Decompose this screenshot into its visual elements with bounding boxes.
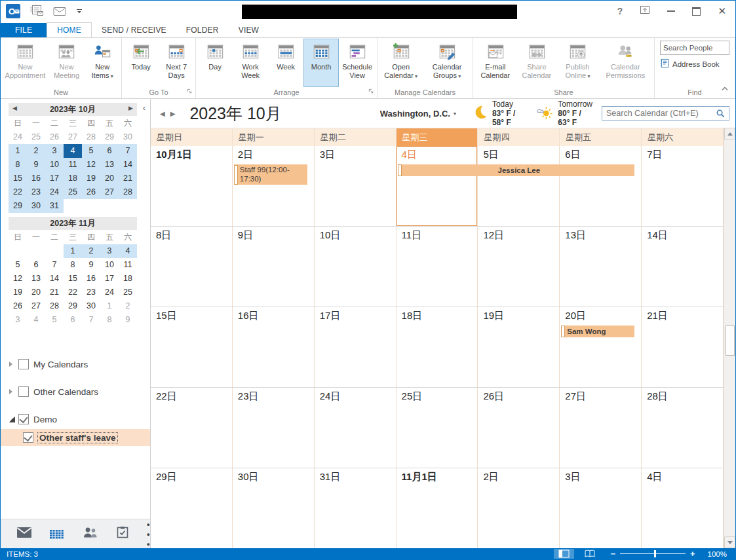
mini-day[interactable]: 15 <box>9 172 27 185</box>
mini-day[interactable]: 2 <box>82 244 100 258</box>
day-cell[interactable]: 15日 <box>151 307 233 387</box>
mini-day[interactable]: 19 <box>82 172 100 185</box>
mini-day[interactable]: 3 <box>45 144 64 158</box>
mini-day[interactable]: 21 <box>119 172 137 185</box>
day-cell[interactable]: 23日 <box>233 388 315 468</box>
mini-day[interactable]: 10 <box>100 258 119 272</box>
day-cell[interactable]: 4日 <box>397 146 478 226</box>
day-cell[interactable]: 17日 <box>315 307 397 387</box>
weather-today[interactable]: Today 83° F / 58° F <box>473 100 521 127</box>
checkbox[interactable] <box>23 432 33 443</box>
ribbon-button-today[interactable]: Today <box>123 39 159 87</box>
mini-day[interactable]: 11 <box>64 158 82 172</box>
mini-day[interactable]: 26 <box>82 185 100 199</box>
mini-day[interactable]: 18 <box>64 172 82 185</box>
mini-day[interactable]: 26 <box>9 299 27 313</box>
day-cell[interactable]: 21日 <box>642 307 724 387</box>
collapse-ribbon-icon[interactable] <box>721 83 729 94</box>
mini-day[interactable]: 10 <box>45 158 64 172</box>
mini-day[interactable]: 11 <box>119 258 137 272</box>
mini-day[interactable]: 31 <box>45 199 64 213</box>
help-button[interactable]: ? <box>617 6 623 16</box>
dialog-launcher-icon[interactable] <box>368 88 374 96</box>
nav-mail-icon[interactable] <box>16 527 32 541</box>
zoom-slider[interactable] <box>620 553 686 554</box>
mini-day[interactable]: 13 <box>27 272 45 286</box>
weather-tomorrow[interactable]: Tomorrow 80° F / 63° F <box>535 100 592 127</box>
mini-day[interactable]: 1 <box>64 244 82 258</box>
mini-day[interactable]: 18 <box>119 272 137 286</box>
mini-day[interactable]: 30 <box>119 130 137 144</box>
mini-day[interactable]: 29 <box>9 199 27 213</box>
mini-day[interactable]: 7 <box>119 144 137 158</box>
mini-day[interactable]: 13 <box>100 158 119 172</box>
mini-day[interactable]: 1 <box>9 144 27 158</box>
zoom-out-button[interactable]: − <box>610 549 615 559</box>
ribbon-button-week[interactable]: Week <box>268 39 303 87</box>
tab-send-receive[interactable]: SEND / RECEIVE <box>92 23 176 38</box>
mini-day[interactable]: 23 <box>82 286 100 299</box>
close-button[interactable]: ✕ <box>718 5 726 17</box>
mini-day[interactable]: 30 <box>27 199 45 213</box>
mini-day[interactable]: 4 <box>27 313 45 327</box>
mini-day[interactable]: 1 <box>100 299 119 313</box>
mini-day[interactable]: 22 <box>64 286 82 299</box>
calendar-title[interactable]: 2023年 10月 <box>189 103 281 124</box>
mini-day[interactable]: 5 <box>9 258 27 272</box>
ribbon-button-new-items[interactable]: New Items ▾ <box>85 39 120 87</box>
mini-day[interactable]: 3 <box>9 313 27 327</box>
expander-icon[interactable] <box>9 389 15 394</box>
day-cell[interactable]: 28日 <box>642 388 724 468</box>
mini-day[interactable]: 25 <box>27 130 45 144</box>
minimize-button[interactable] <box>667 10 675 12</box>
day-cell[interactable]: 20日 <box>560 307 642 387</box>
mini-day[interactable]: 21 <box>45 286 64 299</box>
dialog-launcher-icon[interactable] <box>187 88 193 96</box>
ribbon-button-day[interactable]: Day <box>197 39 233 87</box>
search-people-input[interactable] <box>660 41 729 55</box>
mini-day[interactable]: 2 <box>119 299 137 313</box>
day-cell[interactable]: 8日 <box>151 227 233 307</box>
mini-day[interactable]: 20 <box>27 286 45 299</box>
forward-arrow[interactable]: ▶ <box>170 110 176 117</box>
envelope-icon[interactable] <box>53 7 66 16</box>
ribbon-button-month[interactable]: Month <box>303 39 339 87</box>
ribbon-button-work-week[interactable]: Work Week <box>233 39 268 87</box>
mini-day[interactable]: 28 <box>45 299 64 313</box>
mini-day[interactable]: 2 <box>27 144 45 158</box>
zoom-in-button[interactable]: + <box>690 549 695 559</box>
mini-day[interactable]: 12 <box>82 158 100 172</box>
scroll-down-arrow[interactable] <box>724 536 735 548</box>
mini-day[interactable]: 24 <box>45 185 64 199</box>
day-cell[interactable]: 4日 <box>642 468 724 548</box>
sidebar-item-other-staff-s-leave[interactable]: Other staff's leave <box>1 429 150 446</box>
scroll-up-arrow[interactable] <box>724 128 735 140</box>
mini-day[interactable]: 4 <box>119 244 137 258</box>
mini-day[interactable]: 25 <box>119 286 137 299</box>
mini-day[interactable]: 16 <box>82 272 100 286</box>
nav-tasks-icon[interactable] <box>116 526 129 542</box>
mini-day[interactable]: 15 <box>64 272 82 286</box>
expander-icon[interactable] <box>9 362 15 367</box>
search-calendar-input[interactable] <box>602 109 716 118</box>
mini-day[interactable]: 17 <box>45 172 64 185</box>
mini-day[interactable]: 27 <box>100 185 119 199</box>
calendar-event[interactable]: Staff 99(12:00-17:30) <box>234 164 307 185</box>
mini-day[interactable]: 26 <box>45 130 64 144</box>
day-cell[interactable]: 6日 <box>560 146 642 226</box>
day-cell[interactable]: 29日 <box>151 468 233 548</box>
qat-customize-icon[interactable] <box>75 7 83 15</box>
sidebar-item-my-calendars[interactable]: My Calendars <box>1 356 150 373</box>
calendar-event[interactable]: Sam Wong <box>561 326 634 337</box>
day-cell[interactable]: 18日 <box>397 307 478 387</box>
mini-day[interactable]: 9 <box>27 158 45 172</box>
mini-day[interactable]: 8 <box>64 258 82 272</box>
day-cell[interactable]: 11月1日 <box>397 468 478 548</box>
mini-day[interactable]: 5 <box>45 313 64 327</box>
day-cell[interactable]: 14日 <box>642 227 724 307</box>
ribbon-button-open-calendar[interactable]: Open Calendar ▾ <box>379 39 423 87</box>
day-cell[interactable]: 16日 <box>233 307 315 387</box>
normal-view-button[interactable] <box>554 549 574 559</box>
sidebar-item-other-calendars[interactable]: Other Calendars <box>1 383 150 400</box>
day-cell[interactable]: 11日 <box>397 227 478 307</box>
